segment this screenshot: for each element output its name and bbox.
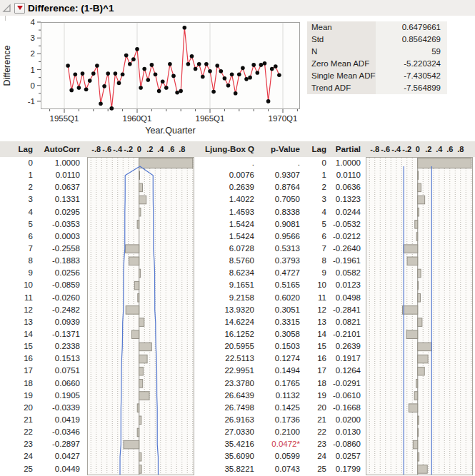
acf-cell-autocorr: 0.0295 bbox=[37, 206, 84, 218]
summary-stats-table: Mean0.6479661Std0.8564269N59Zero Mean AD… bbox=[307, 21, 447, 94]
acf-cell-ljung-box-q: 14.6224 bbox=[194, 316, 257, 328]
report-title: Difference: (1-B)^1 bbox=[28, 3, 114, 14]
acf-cell-lag-2: 21 bbox=[302, 414, 329, 426]
acf-cell-p-value: 0.3315 bbox=[257, 316, 302, 328]
axis-tick-label: .4 bbox=[436, 141, 442, 157]
axis-tick-label: .4 bbox=[157, 141, 164, 157]
acf-cell-partial: -0.1668 bbox=[329, 402, 362, 414]
acf-cell-partial: -0.2841 bbox=[329, 304, 362, 316]
acf-cell-lag: 10 bbox=[0, 279, 37, 291]
acf-cell-autocorr: 0.0419 bbox=[37, 414, 84, 426]
acf-cell-lag-2: 11 bbox=[302, 292, 329, 304]
acf-cell-ljung-box-q: 1.5424 bbox=[194, 218, 257, 231]
svg-text:1970Q1: 1970Q1 bbox=[269, 114, 298, 123]
col-header-ljung-box-q: Ljung-Box Q bbox=[194, 141, 257, 157]
difference-time-series-plot[interactable]: 43210-11955Q11960Q11965Q11970Q1Year.Quar… bbox=[0, 18, 307, 139]
acf-cell-autocorr: 1.0000 bbox=[37, 157, 84, 169]
acf-cell-lag: 24 bbox=[0, 450, 37, 462]
acf-cell-partial: 0.0636 bbox=[329, 181, 362, 193]
acf-cell-lag: 13 bbox=[0, 316, 37, 328]
stats-label: Zero Mean ADF bbox=[307, 58, 376, 70]
disclosure-triangle-icon[interactable] bbox=[2, 4, 11, 13]
acf-cell-partial: -0.1961 bbox=[329, 255, 362, 267]
acf-cell-lag: 0 bbox=[0, 157, 37, 169]
stats-value: -7.564899 bbox=[376, 82, 447, 94]
acf-cell-partial: 0.1323 bbox=[329, 193, 362, 206]
partial-bar-chart[interactable] bbox=[366, 157, 473, 476]
stats-value: -5.220324 bbox=[376, 58, 447, 70]
acf-cell-autocorr: -0.2558 bbox=[37, 243, 84, 255]
acf-cell-lag: 11 bbox=[0, 292, 37, 304]
acf-cell-ljung-box-q: 26.7498 bbox=[194, 402, 257, 414]
acf-cell-partial: 0.0257 bbox=[329, 450, 362, 462]
autocorr-axis-header: -.8-.6-.4-.20.2.4.6.8 bbox=[87, 141, 194, 157]
acf-cell-partial: -0.0610 bbox=[329, 390, 362, 402]
acf-cell-lag-2: 8 bbox=[302, 255, 329, 267]
svg-text:Year.Quarter: Year.Quarter bbox=[145, 126, 195, 136]
acf-cell-lag-2: 6 bbox=[302, 231, 329, 243]
svg-text:0: 0 bbox=[31, 81, 35, 90]
acf-cell-autocorr: -0.0260 bbox=[37, 292, 84, 304]
acf-cell-autocorr: -0.0353 bbox=[37, 218, 84, 231]
acf-cell-p-value: 0.1494 bbox=[257, 365, 302, 377]
stats-value: -7.430542 bbox=[376, 70, 447, 82]
acf-cell-partial: 0.0130 bbox=[329, 426, 362, 438]
acf-cell-lag: 17 bbox=[0, 365, 37, 377]
acf-cell-autocorr: 0.1331 bbox=[37, 193, 84, 206]
acf-cell-partial: 0.0110 bbox=[329, 169, 362, 181]
acf-cell-lag: 22 bbox=[0, 426, 37, 438]
stats-label: Std bbox=[307, 34, 376, 46]
acf-cell-ljung-box-q: 16.1252 bbox=[194, 328, 257, 340]
acf-cell-lag: 4 bbox=[0, 206, 37, 218]
acf-cell-lag: 23 bbox=[0, 438, 37, 450]
col-header-autocorr: AutoCorr bbox=[37, 141, 84, 157]
acf-cell-partial: 0.0244 bbox=[329, 206, 362, 218]
acf-cell-ljung-box-q: 6.0728 bbox=[194, 243, 257, 255]
acf-cell-p-value: 0.9566 bbox=[257, 231, 302, 243]
axis-tick-label: .6 bbox=[168, 141, 174, 157]
acf-cell-autocorr: 0.0660 bbox=[37, 378, 84, 390]
red-triangle-icon bbox=[17, 6, 23, 10]
svg-text:1955Q1: 1955Q1 bbox=[50, 114, 79, 123]
acf-cell-p-value: 0.9081 bbox=[257, 218, 302, 231]
acf-cell-partial: 0.1917 bbox=[329, 353, 362, 365]
acf-cell-partial: -0.2101 bbox=[329, 328, 362, 340]
acf-cell-lag-2: 19 bbox=[302, 390, 329, 402]
acf-cell-partial: 0.0123 bbox=[329, 279, 362, 291]
acf-cell-lag: 12 bbox=[0, 304, 37, 316]
acf-cell-partial: 0.0498 bbox=[329, 292, 362, 304]
acf-cell-lag-2: 0 bbox=[302, 157, 329, 169]
acf-cell-p-value: 0.3058 bbox=[257, 328, 302, 340]
acf-cell-ljung-box-q: 8.6234 bbox=[194, 267, 257, 279]
red-triangle-menu-button[interactable] bbox=[14, 3, 25, 14]
acf-cell-lag-2: 14 bbox=[302, 328, 329, 340]
acf-cell-ljung-box-q: 0.2639 bbox=[194, 181, 257, 193]
acf-cell-autocorr: -0.0346 bbox=[37, 426, 84, 438]
acf-cell-p-value: 0.3793 bbox=[257, 255, 302, 267]
stats-value: 59 bbox=[376, 46, 447, 58]
acf-cell-p-value: 0.4727 bbox=[257, 267, 302, 279]
acf-cell-autocorr: 0.0449 bbox=[37, 463, 84, 475]
acf-cell-p-value: 0.6020 bbox=[257, 292, 302, 304]
svg-text:1: 1 bbox=[31, 66, 35, 74]
acf-cell-p-value: 0.1765 bbox=[257, 378, 302, 390]
acf-cell-ljung-box-q: 22.9951 bbox=[194, 365, 257, 377]
acf-cell-autocorr: 0.0637 bbox=[37, 181, 84, 193]
acf-cell-p-value: 0.0599 bbox=[257, 450, 302, 462]
acf-cell-lag-2: 22 bbox=[302, 426, 329, 438]
acf-cell-autocorr: 0.0003 bbox=[37, 231, 84, 243]
acf-cell-p-value: 0.3051 bbox=[257, 304, 302, 316]
col-header-lag: Lag bbox=[0, 141, 37, 157]
svg-text:Difference: Difference bbox=[2, 46, 12, 86]
acf-cell-ljung-box-q: . bbox=[194, 157, 257, 169]
acf-cell-lag-2: 18 bbox=[302, 378, 329, 390]
acf-cell-lag-2: 1 bbox=[302, 169, 329, 181]
acf-cell-lag-2: 17 bbox=[302, 365, 329, 377]
acf-cell-p-value: 0.1736 bbox=[257, 414, 302, 426]
autocorr-bar-chart[interactable] bbox=[87, 157, 194, 476]
col-header-lag-2: Lag bbox=[302, 141, 329, 157]
acf-cell-lag: 2 bbox=[0, 181, 37, 193]
acf-cell-lag: 9 bbox=[0, 267, 37, 279]
acf-cell-lag: 15 bbox=[0, 340, 37, 353]
acf-cell-p-value: 0.1425 bbox=[257, 402, 302, 414]
